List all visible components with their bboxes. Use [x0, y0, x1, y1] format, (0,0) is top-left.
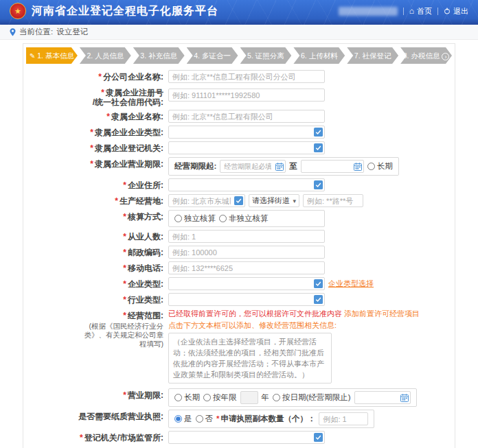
field-parent-term: *隶属企业营业期限: 经营期限起: 至 长期: [25, 157, 453, 176]
company-type-select-link[interactable]: 企业类型选择: [328, 279, 374, 289]
tab-basic-info[interactable]: ✎1. 基本信息: [26, 47, 78, 64]
picker-icon[interactable]: [234, 196, 243, 205]
field-label: 企业类型:: [128, 279, 163, 289]
radio-dependent-input[interactable]: [219, 215, 227, 222]
company-type-input[interactable]: [168, 277, 325, 290]
calendar-icon[interactable]: [354, 163, 362, 171]
radio-paper-yes-input[interactable]: [174, 415, 182, 423]
next-steps-icon[interactable]: ›: [442, 53, 449, 60]
field-label: 从业人数:: [128, 232, 163, 241]
chevron-down-icon: ▾: [293, 198, 296, 204]
field-label: 经营范围:: [128, 311, 163, 320]
field-branch-name: *分公司企业名称:: [25, 70, 453, 83]
required-asterisk: *: [80, 433, 83, 443]
tab-upload-materials[interactable]: 6. 上传材料: [293, 47, 345, 64]
field-label: 隶属企业企业类型:: [95, 128, 163, 137]
radio-dependent[interactable]: 非独立核算: [219, 213, 269, 224]
nav-logout[interactable]: 退出: [444, 6, 468, 16]
registry-input[interactable]: [168, 431, 325, 444]
picker-icon[interactable]: [314, 128, 323, 137]
field-label: 登记机关/市场监管所:: [84, 433, 163, 443]
picker-icon[interactable]: [314, 180, 323, 189]
calendar-icon[interactable]: [400, 394, 409, 402]
parent-reg-authority-input[interactable]: [168, 141, 325, 154]
radio-paper-yes[interactable]: 是: [174, 414, 192, 424]
field-label: 移动电话:: [128, 263, 163, 273]
field-label: 邮政编码:: [128, 248, 163, 257]
tab-tax-info[interactable]: 8. 办税信息›: [400, 47, 452, 64]
road-input[interactable]: [303, 194, 363, 207]
picker-icon[interactable]: [314, 295, 323, 304]
nav-divider: [437, 8, 438, 15]
tab-personnel-info[interactable]: 2. 人员信息: [80, 47, 131, 64]
term-years-input[interactable]: [240, 391, 258, 404]
field-employees: *从业人数:: [25, 230, 453, 243]
radio-term-date[interactable]: 按日期(经营期限止): [273, 392, 351, 403]
required-asterisk: *: [123, 180, 126, 190]
picker-icon[interactable]: [314, 433, 323, 442]
field-business-term: *营业期限: 长期 按年限 年 按日期(经营期限止): [25, 388, 453, 407]
field-label: 核算方式:: [128, 212, 163, 222]
term-to-label: 至: [289, 161, 297, 172]
radio-term-years-input[interactable]: [203, 394, 211, 401]
radio-parent-term-long-input[interactable]: [367, 163, 375, 170]
required-asterisk: *: [123, 263, 126, 273]
radio-term-date-input[interactable]: [273, 394, 280, 401]
field-label: 隶属企业营业期限:: [95, 159, 163, 169]
parent-credit-code-input[interactable]: [168, 89, 325, 102]
step-tabs: ✎1. 基本信息 2. 人员信息 3. 补充信息 4. 多证合一 5. 证照分离…: [26, 47, 452, 64]
radio-paper-no[interactable]: 否: [196, 414, 214, 424]
accounting-group: 独立核算 非独立核算: [168, 210, 325, 227]
field-label: 隶属企业注册号: [106, 88, 163, 97]
field-label: 生产经营地:: [120, 196, 163, 206]
tab-multi-cert[interactable]: 4. 多证合一: [187, 47, 238, 64]
copies-input[interactable]: [319, 412, 368, 425]
field-label: 隶属企业名称:: [111, 112, 163, 121]
radio-parent-term-long[interactable]: 长期: [367, 161, 393, 172]
radio-independent[interactable]: 独立核算: [174, 213, 216, 224]
postcode-input[interactable]: [168, 246, 325, 259]
tab-supplement-info[interactable]: 3. 补充信息: [133, 47, 185, 64]
employees-input[interactable]: [168, 230, 325, 243]
street-select[interactable]: 请选择街道 ▾: [249, 194, 299, 207]
field-label: 企业住所:: [128, 180, 163, 190]
field-address: *企业住所:: [25, 178, 453, 191]
parent-name-input[interactable]: [168, 110, 325, 123]
field-company-type: *企业类型: 企业类型选择: [25, 277, 453, 290]
tab-cert-separation[interactable]: 5. 证照分离: [240, 47, 292, 64]
radio-term-long[interactable]: 长期: [174, 392, 200, 403]
mobile-input[interactable]: [168, 261, 325, 274]
field-label: 隶属企业登记机关:: [95, 143, 163, 153]
branch-name-input[interactable]: [168, 70, 325, 83]
app-header: ★ 河南省企业登记全程电子化服务平台 ⌂ 首页 退出: [0, 0, 478, 25]
username-redacted: [339, 7, 398, 16]
address-input[interactable]: [168, 178, 325, 191]
required-asterisk: *: [123, 248, 126, 257]
radio-term-years[interactable]: 按年限: [203, 392, 237, 403]
radio-independent-input[interactable]: [174, 215, 182, 222]
field-mobile: *移动电话:: [25, 261, 453, 274]
required-asterisk: *: [123, 212, 126, 222]
add-licensed-items-link[interactable]: 添加前置许可经营项目: [344, 309, 420, 318]
location-pin-icon: [10, 28, 16, 36]
scope-notice-red: 已经取得前置许可的，您可以根据许可文件批准内容: [168, 309, 342, 318]
paper-license-group: 是 否 *申请执照副本数量（个）：: [168, 410, 374, 428]
business-scope-textarea[interactable]: （企业依法自主选择经营项目，开展经营活动；依法须经批准的项目，经相关部门批准后依…: [168, 333, 332, 384]
industry-type-input[interactable]: [168, 293, 325, 306]
field-registry: *登记机关/市场监管所:: [25, 431, 453, 444]
required-asterisk: *: [216, 414, 219, 423]
tab-social-security[interactable]: 7. 社保登记: [347, 47, 398, 64]
field-parent-name: *隶属企业名称:: [25, 110, 453, 123]
power-icon: [444, 8, 451, 14]
picker-icon[interactable]: [314, 279, 323, 288]
field-operation-place: *生产经营地: 请选择街道 ▾: [25, 194, 453, 207]
parent-type-input[interactable]: [168, 126, 325, 139]
nav-home-label: 首页: [417, 6, 432, 16]
radio-term-long-input[interactable]: [174, 394, 182, 401]
picker-icon[interactable]: [314, 143, 323, 152]
field-paper-license: 是否需要纸质营业执照: 是 否 *申请执照副本数量（个）：: [25, 410, 453, 428]
field-label: 是否需要纸质营业执照:: [78, 412, 163, 421]
calendar-icon[interactable]: [275, 163, 284, 171]
radio-paper-no-input[interactable]: [196, 415, 203, 423]
nav-home[interactable]: ⌂ 首页: [409, 6, 432, 16]
